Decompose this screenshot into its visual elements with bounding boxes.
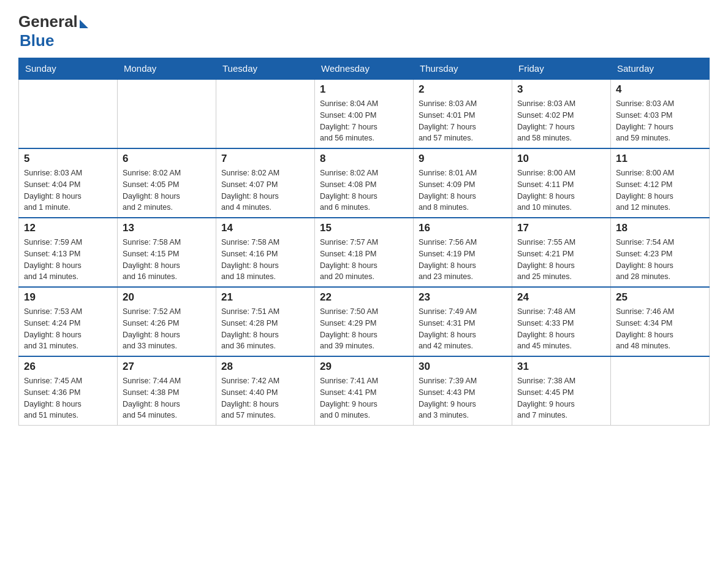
day-number: 3 [517, 83, 605, 96]
day-number: 22 [320, 291, 408, 304]
calendar-cell: 12Sunrise: 7:59 AM Sunset: 4:13 PM Dayli… [19, 218, 118, 287]
logo-blue-text: Blue [20, 31, 54, 50]
calendar-cell: 17Sunrise: 7:55 AM Sunset: 4:21 PM Dayli… [512, 218, 611, 287]
week-row-4: 19Sunrise: 7:53 AM Sunset: 4:24 PM Dayli… [19, 287, 710, 356]
calendar-table: SundayMondayTuesdayWednesdayThursdayFrid… [18, 58, 710, 426]
day-info: Sunrise: 7:59 AM Sunset: 4:13 PM Dayligh… [24, 237, 112, 283]
day-info: Sunrise: 8:00 AM Sunset: 4:12 PM Dayligh… [616, 167, 704, 213]
day-number: 1 [320, 83, 408, 96]
day-info: Sunrise: 7:53 AM Sunset: 4:24 PM Dayligh… [24, 306, 112, 352]
column-header-saturday: Saturday [611, 58, 710, 80]
day-number: 8 [320, 153, 408, 165]
day-info: Sunrise: 8:00 AM Sunset: 4:11 PM Dayligh… [517, 167, 605, 213]
week-row-1: 1Sunrise: 8:04 AM Sunset: 4:00 PM Daylig… [19, 79, 710, 148]
day-info: Sunrise: 7:42 AM Sunset: 4:40 PM Dayligh… [221, 375, 309, 421]
calendar-cell: 6Sunrise: 8:02 AM Sunset: 4:05 PM Daylig… [118, 148, 216, 218]
day-number: 11 [616, 153, 704, 165]
calendar-cell: 16Sunrise: 7:56 AM Sunset: 4:19 PM Dayli… [414, 218, 512, 287]
calendar-cell: 29Sunrise: 7:41 AM Sunset: 4:41 PM Dayli… [315, 356, 414, 426]
day-info: Sunrise: 7:50 AM Sunset: 4:29 PM Dayligh… [320, 306, 408, 352]
day-number: 30 [419, 361, 507, 373]
day-number: 10 [517, 153, 605, 165]
calendar-cell: 28Sunrise: 7:42 AM Sunset: 4:40 PM Dayli… [216, 356, 315, 426]
calendar-cell [19, 79, 118, 148]
calendar-cell: 18Sunrise: 7:54 AM Sunset: 4:23 PM Dayli… [611, 218, 710, 287]
day-number: 24 [517, 291, 605, 304]
day-info: Sunrise: 7:45 AM Sunset: 4:36 PM Dayligh… [24, 375, 112, 421]
day-info: Sunrise: 8:04 AM Sunset: 4:00 PM Dayligh… [320, 98, 408, 144]
day-info: Sunrise: 7:57 AM Sunset: 4:18 PM Dayligh… [320, 237, 408, 283]
calendar-cell: 9Sunrise: 8:01 AM Sunset: 4:09 PM Daylig… [414, 148, 512, 218]
calendar-cell: 7Sunrise: 8:02 AM Sunset: 4:07 PM Daylig… [216, 148, 315, 218]
column-header-thursday: Thursday [414, 58, 512, 80]
calendar-header-row: SundayMondayTuesdayWednesdayThursdayFrid… [19, 58, 710, 80]
day-info: Sunrise: 7:54 AM Sunset: 4:23 PM Dayligh… [616, 237, 704, 283]
day-info: Sunrise: 7:46 AM Sunset: 4:34 PM Dayligh… [616, 306, 704, 352]
calendar-cell: 13Sunrise: 7:58 AM Sunset: 4:15 PM Dayli… [118, 218, 216, 287]
column-header-tuesday: Tuesday [216, 58, 315, 80]
day-number: 4 [616, 83, 704, 96]
day-number: 13 [123, 222, 211, 234]
day-number: 16 [419, 222, 507, 234]
day-number: 23 [419, 291, 507, 304]
day-info: Sunrise: 8:02 AM Sunset: 4:07 PM Dayligh… [221, 167, 309, 213]
day-info: Sunrise: 8:01 AM Sunset: 4:09 PM Dayligh… [419, 167, 507, 213]
day-number: 21 [221, 291, 309, 304]
day-info: Sunrise: 8:03 AM Sunset: 4:01 PM Dayligh… [419, 98, 507, 144]
calendar-cell: 4Sunrise: 8:03 AM Sunset: 4:03 PM Daylig… [611, 79, 710, 148]
calendar-cell: 31Sunrise: 7:38 AM Sunset: 4:45 PM Dayli… [512, 356, 611, 426]
calendar-cell: 8Sunrise: 8:02 AM Sunset: 4:08 PM Daylig… [315, 148, 414, 218]
day-number: 20 [123, 291, 211, 304]
week-row-3: 12Sunrise: 7:59 AM Sunset: 4:13 PM Dayli… [19, 218, 710, 287]
calendar-cell: 21Sunrise: 7:51 AM Sunset: 4:28 PM Dayli… [216, 287, 315, 356]
logo-text: General [18, 12, 88, 31]
day-number: 7 [221, 153, 309, 165]
day-number: 18 [616, 222, 704, 234]
calendar-cell: 23Sunrise: 7:49 AM Sunset: 4:31 PM Dayli… [414, 287, 512, 356]
day-info: Sunrise: 8:02 AM Sunset: 4:05 PM Dayligh… [123, 167, 211, 213]
calendar-cell: 5Sunrise: 8:03 AM Sunset: 4:04 PM Daylig… [19, 148, 118, 218]
calendar-cell: 27Sunrise: 7:44 AM Sunset: 4:38 PM Dayli… [118, 356, 216, 426]
day-info: Sunrise: 7:41 AM Sunset: 4:41 PM Dayligh… [320, 375, 408, 421]
logo: General Blue [18, 12, 88, 50]
logo-general-text: General [18, 12, 78, 31]
calendar-cell: 22Sunrise: 7:50 AM Sunset: 4:29 PM Dayli… [315, 287, 414, 356]
day-number: 6 [123, 153, 211, 165]
day-info: Sunrise: 8:02 AM Sunset: 4:08 PM Dayligh… [320, 167, 408, 213]
day-info: Sunrise: 7:51 AM Sunset: 4:28 PM Dayligh… [221, 306, 309, 352]
calendar-cell: 26Sunrise: 7:45 AM Sunset: 4:36 PM Dayli… [19, 356, 118, 426]
calendar-cell: 11Sunrise: 8:00 AM Sunset: 4:12 PM Dayli… [611, 148, 710, 218]
week-row-5: 26Sunrise: 7:45 AM Sunset: 4:36 PM Dayli… [19, 356, 710, 426]
day-number: 25 [616, 291, 704, 304]
day-info: Sunrise: 7:52 AM Sunset: 4:26 PM Dayligh… [123, 306, 211, 352]
day-number: 19 [24, 291, 112, 304]
calendar-cell: 10Sunrise: 8:00 AM Sunset: 4:11 PM Dayli… [512, 148, 611, 218]
day-number: 15 [320, 222, 408, 234]
calendar-cell: 20Sunrise: 7:52 AM Sunset: 4:26 PM Dayli… [118, 287, 216, 356]
calendar-cell: 25Sunrise: 7:46 AM Sunset: 4:34 PM Dayli… [611, 287, 710, 356]
day-info: Sunrise: 7:48 AM Sunset: 4:33 PM Dayligh… [517, 306, 605, 352]
calendar-cell: 24Sunrise: 7:48 AM Sunset: 4:33 PM Dayli… [512, 287, 611, 356]
calendar-cell: 14Sunrise: 7:58 AM Sunset: 4:16 PM Dayli… [216, 218, 315, 287]
day-number: 12 [24, 222, 112, 234]
calendar-cell [216, 79, 315, 148]
day-info: Sunrise: 7:55 AM Sunset: 4:21 PM Dayligh… [517, 237, 605, 283]
column-header-monday: Monday [118, 58, 216, 80]
column-header-sunday: Sunday [19, 58, 118, 80]
day-number: 2 [419, 83, 507, 96]
day-info: Sunrise: 7:56 AM Sunset: 4:19 PM Dayligh… [419, 237, 507, 283]
calendar-cell: 3Sunrise: 8:03 AM Sunset: 4:02 PM Daylig… [512, 79, 611, 148]
page-header: General Blue [18, 12, 710, 50]
day-info: Sunrise: 7:44 AM Sunset: 4:38 PM Dayligh… [123, 375, 211, 421]
logo-arrow-icon [80, 20, 88, 28]
column-header-wednesday: Wednesday [315, 58, 414, 80]
day-number: 29 [320, 361, 408, 373]
day-number: 5 [24, 153, 112, 165]
calendar-cell [611, 356, 710, 426]
calendar-cell [118, 79, 216, 148]
day-info: Sunrise: 7:38 AM Sunset: 4:45 PM Dayligh… [517, 375, 605, 421]
calendar-cell: 2Sunrise: 8:03 AM Sunset: 4:01 PM Daylig… [414, 79, 512, 148]
day-info: Sunrise: 7:49 AM Sunset: 4:31 PM Dayligh… [419, 306, 507, 352]
day-number: 28 [221, 361, 309, 373]
calendar-cell: 1Sunrise: 8:04 AM Sunset: 4:00 PM Daylig… [315, 79, 414, 148]
